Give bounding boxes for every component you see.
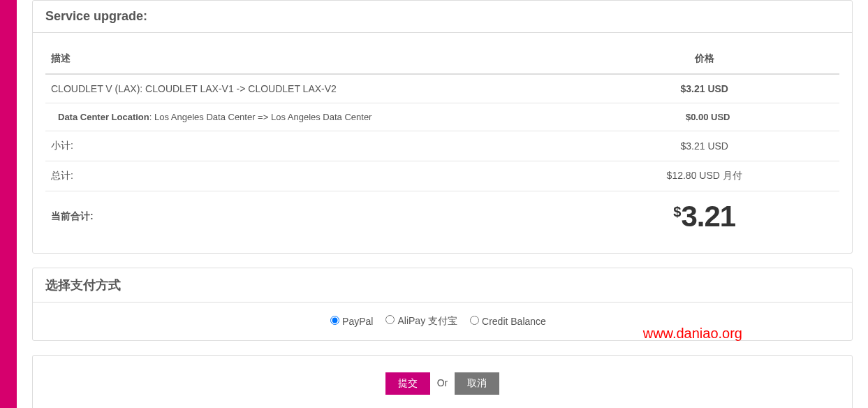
current-total-amount: 3.21 — [681, 200, 735, 233]
item-description: CLOUDLET V (LAX): CLOUDLET LAX-V1 -> CLO… — [45, 74, 569, 103]
main-content: Service upgrade: 描述 价格 CLOUDLET V (LAX):… — [17, 0, 868, 408]
payment-method-body: PayPal AliPay 支付宝 Credit Balance — [33, 303, 852, 340]
upgrade-table: 描述 价格 CLOUDLET V (LAX): CLOUDLET LAX-V1 … — [45, 44, 839, 242]
current-total-value: $3.21 — [569, 191, 839, 242]
payment-option-credit[interactable]: Credit Balance — [470, 316, 546, 327]
service-upgrade-body: 描述 价格 CLOUDLET V (LAX): CLOUDLET LAX-V1 … — [33, 33, 852, 253]
paypal-label: PayPal — [342, 316, 373, 327]
submit-button[interactable]: 提交 — [385, 372, 430, 395]
radio-alipay[interactable] — [385, 315, 395, 324]
radio-paypal[interactable] — [330, 316, 339, 325]
credit-label: Credit Balance — [482, 316, 546, 327]
col-header-description: 描述 — [45, 44, 569, 74]
total-label: 总计: — [45, 161, 569, 191]
total-row: 总计: $12.80 USD 月付 — [45, 161, 839, 191]
or-text: Or — [437, 377, 448, 388]
subitem-description: Data Center Location: Los Angeles Data C… — [45, 103, 569, 131]
payment-options: PayPal AliPay 支付宝 Credit Balance — [330, 315, 554, 328]
total-value: $12.80 USD 月付 — [569, 161, 839, 191]
table-row: CLOUDLET V (LAX): CLOUDLET LAX-V1 -> CLO… — [45, 74, 839, 103]
sidebar-stripe — [0, 0, 17, 408]
subitem-label: Data Center Location — [58, 112, 149, 122]
payment-method-panel: 选择支付方式 PayPal AliPay 支付宝 Credit Balance — [32, 268, 853, 341]
action-panel-body: 提交 Or 取消 — [33, 356, 852, 408]
service-upgrade-panel: Service upgrade: 描述 价格 CLOUDLET V (LAX):… — [32, 0, 853, 254]
subtotal-label: 小计: — [45, 131, 569, 161]
payment-method-title: 选择支付方式 — [33, 268, 852, 303]
subtotal-row: 小计: $3.21 USD — [45, 131, 839, 161]
table-row: Data Center Location: Los Angeles Data C… — [45, 103, 839, 131]
col-header-price: 价格 — [569, 44, 839, 74]
current-total-row: 当前合计: $3.21 — [45, 191, 839, 242]
payment-option-paypal[interactable]: PayPal — [330, 316, 373, 327]
alipay-label: AliPay 支付宝 — [397, 315, 457, 326]
current-total-currency: $ — [673, 204, 681, 219]
radio-credit[interactable] — [470, 316, 479, 325]
subtotal-value: $3.21 USD — [569, 131, 839, 161]
service-upgrade-title: Service upgrade: — [33, 1, 852, 33]
action-panel: 提交 Or 取消 — [32, 355, 853, 408]
subitem-value: : Los Angeles Data Center => Los Angeles… — [149, 112, 372, 122]
subitem-price: $0.00 USD — [569, 103, 839, 131]
payment-option-alipay[interactable]: AliPay 支付宝 — [385, 315, 457, 328]
current-total-label: 当前合计: — [45, 191, 569, 242]
item-price: $3.21 USD — [569, 74, 839, 103]
cancel-button[interactable]: 取消 — [455, 372, 499, 395]
